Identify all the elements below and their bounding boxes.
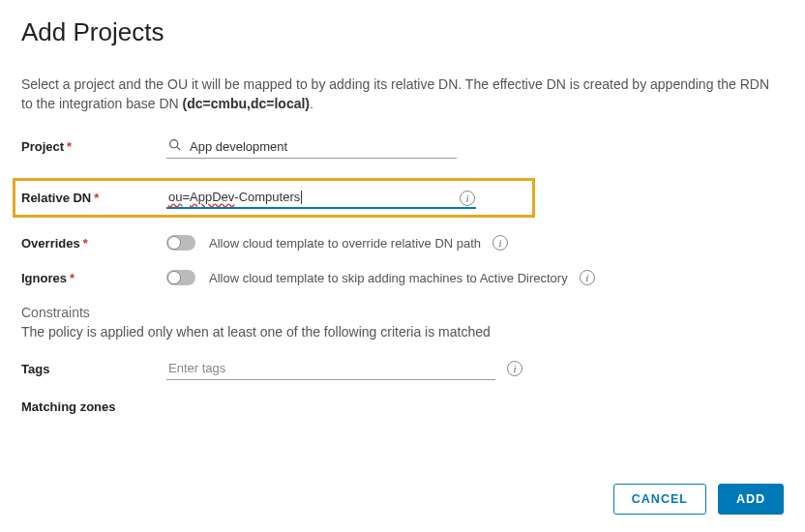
ignores-toggle[interactable] [166,270,195,285]
overrides-desc: Allow cloud template to override relativ… [209,236,481,251]
dn-token-suffix: -Computers [234,190,300,204]
intro-base-dn: (dc=cmbu,dc=local) [183,96,310,111]
row-tags: Tags i [21,357,784,380]
page-title: Add Projects [21,17,784,47]
info-icon[interactable]: i [580,270,595,285]
label-matching-zones: Matching zones [21,399,166,414]
required-marker: * [83,236,88,251]
info-icon[interactable]: i [460,191,475,206]
footer-actions: CANCEL ADD [613,484,784,515]
intro-part-a: Select a project and the OU it will be m… [21,76,769,111]
project-input[interactable] [166,135,457,159]
intro-text: Select a project and the OU it will be m… [21,74,784,114]
label-ignores-text: Ignores [21,271,67,285]
ignores-desc: Allow cloud template to skip adding mach… [209,271,568,285]
dn-token-eq: = [182,190,190,204]
label-project: Project* [21,139,166,154]
overrides-toggle[interactable] [166,235,195,251]
label-overrides: Overrides* [21,236,166,251]
label-relative-dn: Relative DN* [21,191,166,205]
label-project-text: Project [21,139,64,154]
tags-input[interactable] [166,357,495,380]
info-icon[interactable]: i [507,361,522,376]
search-icon [168,138,181,154]
cancel-button[interactable]: CANCEL [613,484,706,515]
constraints-desc: The policy is applied only when at least… [21,324,784,340]
intro-part-c: . [310,96,313,111]
row-project: Project* [21,135,784,159]
row-overrides: Overrides* Allow cloud template to overr… [21,235,784,251]
relative-dn-input[interactable]: ou=AppDev-Computers [166,187,476,210]
label-relative-dn-text: Relative DN [21,191,91,205]
row-relative-dn: Relative DN* ou=AppDev-Computers i [13,178,535,219]
info-icon[interactable]: i [492,235,508,251]
svg-line-1 [177,147,180,150]
row-matching-zones: Matching zones [21,399,784,414]
dn-token-name: AppDev [190,190,234,204]
required-marker: * [70,271,75,285]
text-caret [301,191,302,204]
required-marker: * [94,191,99,205]
required-marker: * [67,139,72,154]
row-ignores: Ignores* Allow cloud template to skip ad… [21,270,784,285]
label-tags: Tags [21,362,166,376]
dn-token-ou: ou [168,190,182,204]
add-button[interactable]: ADD [718,484,784,515]
svg-point-0 [170,139,178,147]
label-ignores: Ignores* [21,271,166,285]
constraints-heading: Constraints [21,305,784,320]
label-overrides-text: Overrides [21,236,80,251]
